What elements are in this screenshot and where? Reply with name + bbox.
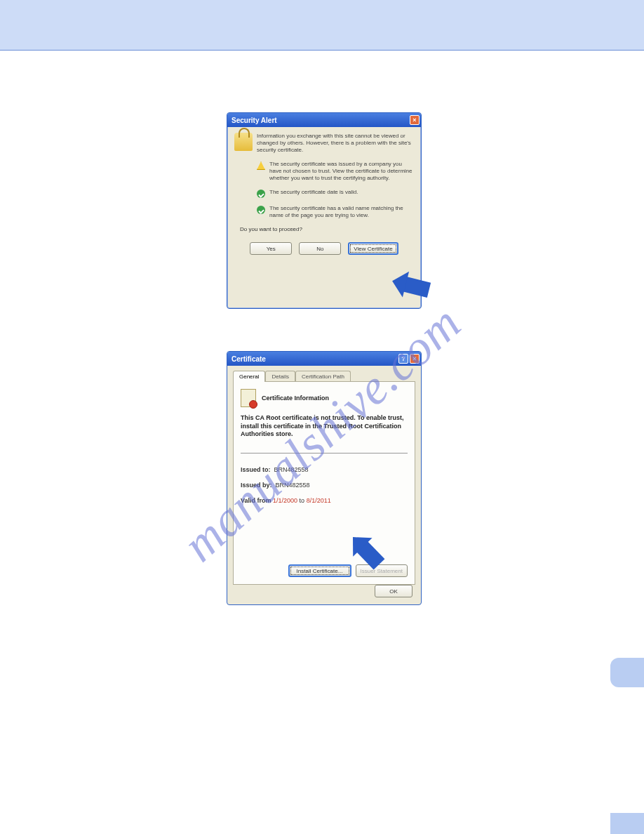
- proceed-text: Do you want to proceed?: [240, 226, 414, 232]
- certificate-message: This CA Root certificate is not trusted.…: [241, 414, 408, 439]
- dialog-titlebar[interactable]: Certificate ? ×: [227, 352, 421, 366]
- issuer-statement-button: Issuer Statement: [356, 564, 408, 577]
- view-certificate-button[interactable]: View Certificate: [348, 242, 398, 255]
- certificate-icon: [241, 389, 256, 407]
- yes-button[interactable]: Yes: [250, 242, 292, 255]
- issued-to-field: Issued to: BRN482558: [241, 466, 408, 473]
- warning-icon: [257, 161, 265, 170]
- side-tab: [610, 658, 644, 687]
- divider: [241, 453, 408, 454]
- header-band: [0, 0, 644, 51]
- tab-certification-path[interactable]: Certification Path: [295, 371, 351, 382]
- dialog-title: Certificate: [232, 355, 266, 363]
- alert-item-3: The security certificate has a valid nam…: [269, 205, 414, 219]
- ok-button[interactable]: OK: [375, 585, 412, 597]
- tab-details[interactable]: Details: [265, 371, 295, 382]
- alert-intro: Information you exchange with this site …: [257, 133, 414, 154]
- install-certificate-button[interactable]: Install Certificate...: [288, 564, 351, 577]
- certificate-dialog: Certificate ? × General Details Certific…: [227, 351, 422, 605]
- check-icon: [257, 190, 265, 198]
- close-icon[interactable]: ×: [410, 354, 420, 364]
- dialog-title: Security Alert: [232, 117, 277, 124]
- issued-by-field: Issued by: BRN482558: [241, 482, 408, 489]
- lock-icon: [234, 133, 253, 151]
- alert-item-2: The security certificate date is valid.: [269, 189, 358, 198]
- tab-general[interactable]: General: [233, 371, 265, 382]
- close-icon[interactable]: ×: [410, 115, 420, 125]
- check-icon: [257, 206, 265, 214]
- help-icon[interactable]: ?: [398, 354, 408, 364]
- no-button[interactable]: No: [299, 242, 341, 255]
- tab-panel-general: Certificate Information This CA Root cer…: [233, 381, 415, 585]
- dialog-titlebar[interactable]: Security Alert ×: [227, 113, 421, 127]
- page-corner-tab: [610, 813, 644, 834]
- alert-item-1: The security certificate was issued by a…: [269, 161, 414, 182]
- certificate-heading: Certificate Information: [262, 395, 329, 402]
- valid-from-field: Valid from 1/1/2000 to 8/1/2011: [241, 497, 408, 504]
